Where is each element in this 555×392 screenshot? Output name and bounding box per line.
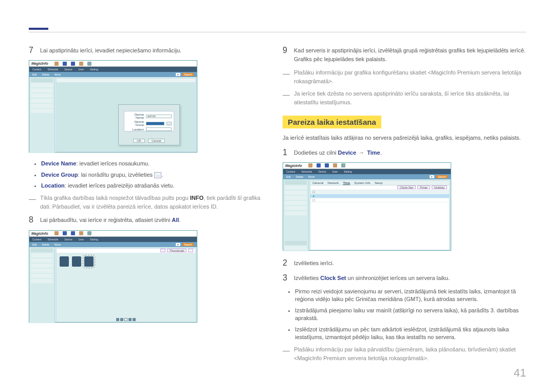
menu-item: Schedule <box>48 238 59 241</box>
list-item: Location: ievadiet ierīces pašreizējo at… <box>41 182 269 190</box>
list-item: Pirmo reizi veidojot savienojumu ar serv… <box>295 288 528 304</box>
sub-button: Holiday <box>432 185 447 189</box>
nav-icon <box>54 62 59 66</box>
step-text: Izvēlieties Clock Set un sinhronizējiet … <box>294 273 528 283</box>
field-input <box>146 127 172 131</box>
step-text: Lai pārbaudītu, vai ierīce ir reģistrēta… <box>40 215 269 225</box>
right-column: 9 Kad serveris ir apstiprinājis ierīci, … <box>283 45 528 366</box>
nav-icon <box>79 62 83 66</box>
step-1: 1 Dodieties uz cilni Device → Time. <box>283 147 528 157</box>
note-text: Plašāku informāciju par grafika konfigur… <box>294 68 528 85</box>
toolbar-label: Move <box>308 175 314 178</box>
sub-button: Clock Set <box>397 185 416 189</box>
page-number: 41 <box>514 366 526 380</box>
list-item: Izstrādājumā pieejamo laiku var mainīt (… <box>295 307 528 323</box>
field-label: Device Group <box>126 120 144 126</box>
app-logo-text: MagicInfo <box>31 232 48 235</box>
search-button: Search <box>182 73 194 76</box>
menu-item: Device <box>318 170 326 173</box>
list-item: Device Name: ievadiet ierīces nosaukumu. <box>41 160 269 167</box>
approve-dialog: Device Name admin Device Group … Locatio… <box>118 104 180 145</box>
ellipsis-icon: … <box>154 172 161 178</box>
toolbar-label: Edit <box>32 243 37 246</box>
bullet-text: : lai norādītu grupu, izvēlieties <box>78 172 155 178</box>
note-text: Ja ierīce tiek dzēsta no servera apstipr… <box>294 89 528 106</box>
table-row: ✔ <box>310 194 449 198</box>
view-button <box>188 249 193 252</box>
nav-icon <box>71 231 75 235</box>
menu-item: Setting <box>344 170 352 173</box>
col-header: ☐ <box>312 190 315 194</box>
screenshot-device-all: MagicInfo Content Schedule Device User S… <box>29 230 197 323</box>
sidebar <box>29 77 55 153</box>
nav-icon <box>317 163 321 167</box>
pager-btn <box>128 318 132 321</box>
bullet-text: : ievadiet ierīces nosaukumu. <box>77 160 150 166</box>
nav-icon <box>308 163 312 167</box>
view-button: Thumbnail <box>167 249 187 252</box>
sidebar <box>283 179 309 251</box>
nav-icon <box>54 231 59 235</box>
toolbar-btn: ▾ <box>176 243 180 246</box>
toolbar-btn: ▾ <box>176 73 180 76</box>
header-accent <box>29 28 48 30</box>
menu-item: Content <box>32 238 42 241</box>
step-number: 9 <box>283 45 294 63</box>
dash-icon: ― <box>283 68 294 85</box>
device-tile-selected <box>84 256 94 267</box>
pager-btn <box>133 318 136 321</box>
field-label: Location <box>126 128 144 131</box>
tab-active: Time <box>343 181 350 184</box>
table-row: ☐ <box>310 198 449 202</box>
bullet-text: : ievadiet ierīces pašreizējo atrašanās … <box>65 182 174 189</box>
left-column: 7 Lai apstiprinātu ierīci, ievadiet nepi… <box>29 45 269 330</box>
note-text: Tīkla grafika darbības laikā nospiežot t… <box>40 194 269 211</box>
toolbar-label: Move <box>54 73 61 76</box>
nav-icon <box>87 231 91 235</box>
toolbar-btn: ▾ <box>430 175 434 178</box>
screenshot-approve-dialog: MagicInfo Content Schedule Device User S… <box>29 60 197 153</box>
checkbox: ☐ <box>312 198 315 202</box>
menu-item: Setting <box>90 238 98 241</box>
tab: Network <box>327 181 339 184</box>
note: ― Ja ierīce tiek dzēsta no servera apsti… <box>283 89 528 106</box>
step-7: 7 Lai apstiprinātu ierīci, ievadiet nepi… <box>29 45 269 55</box>
step-3: 3 Izvēlieties Clock Set un sinhronizējie… <box>283 273 528 283</box>
note-text: Plašāku informāciju par laika pārvaldību… <box>294 345 528 362</box>
nav-icon <box>341 163 345 167</box>
nav-icon <box>325 163 329 167</box>
menu-item: Schedule <box>302 170 312 173</box>
menu-item: User <box>79 68 84 71</box>
menu-item: Device <box>64 238 72 241</box>
tab: System Info <box>354 181 371 184</box>
term: Location <box>41 182 65 189</box>
nav-icon <box>71 62 75 66</box>
field-input: admin <box>146 115 172 118</box>
view-button <box>160 249 165 252</box>
step-8: 8 Lai pārbaudītu, vai ierīce ir reģistrē… <box>29 215 269 225</box>
nav-icon <box>79 231 83 235</box>
ok-button: OK <box>133 139 145 143</box>
toolbar-label: Edit <box>32 73 37 76</box>
term: Device Name <box>41 160 77 166</box>
step-text: Kad serveris ir apstiprinājis ierīci, iz… <box>294 45 528 63</box>
check-icon: ✔ <box>312 194 315 198</box>
menu-item: Schedule <box>48 68 59 71</box>
nav-icon <box>333 163 337 167</box>
intro-text: Ja ierīcē iestatītais laiks atšķiras no … <box>283 134 528 142</box>
app-logo-text: MagicInfo <box>31 62 48 65</box>
step-number: 3 <box>283 273 294 283</box>
toolbar-label: Delete <box>42 73 49 76</box>
toolbar-label: Move <box>54 243 61 246</box>
menu-item: Content <box>32 68 42 71</box>
step-text: Dodieties uz cilni Device → Time. <box>294 147 528 157</box>
nav-icon <box>87 62 91 66</box>
menu-item: Setting <box>90 68 98 71</box>
dash-icon: ― <box>283 89 294 106</box>
screenshot-device-time: MagicInfo Content Schedule Device User S… <box>283 162 451 251</box>
app-logo-text: MagicInfo <box>285 164 302 167</box>
toolbar-label: Edit <box>286 175 291 178</box>
list-item: Device Group: lai norādītu grupu, izvēli… <box>41 171 269 179</box>
note: ― Plašāku informāciju par laika pārvaldī… <box>283 345 528 362</box>
step-number: 2 <box>283 258 294 268</box>
